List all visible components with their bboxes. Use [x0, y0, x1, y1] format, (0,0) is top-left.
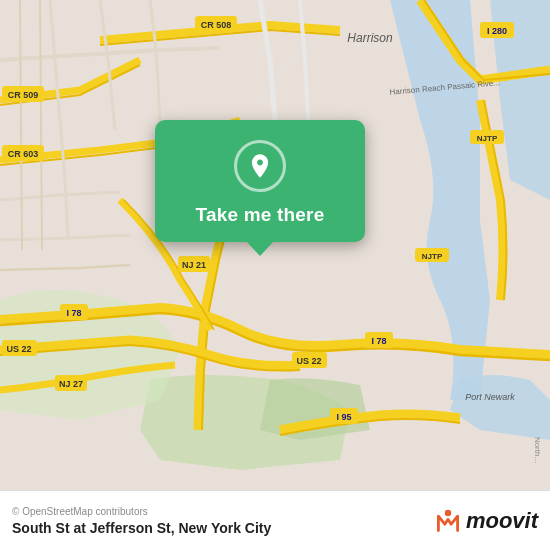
svg-text:Port Newark: Port Newark: [465, 392, 515, 402]
svg-text:I 95: I 95: [336, 412, 351, 422]
svg-text:CR 603: CR 603: [8, 149, 39, 159]
location-pin-icon: [246, 152, 274, 180]
moovit-icon: [432, 505, 464, 537]
bottom-info: © OpenStreetMap contributors South St at…: [12, 506, 271, 536]
svg-point-34: [445, 509, 451, 515]
svg-text:North...: North...: [533, 437, 542, 463]
svg-text:CR 508: CR 508: [201, 20, 232, 30]
svg-text:I 280: I 280: [487, 26, 507, 36]
svg-text:NJ 27: NJ 27: [59, 379, 83, 389]
copyright-text: © OpenStreetMap contributors: [12, 506, 271, 517]
svg-text:US 22: US 22: [6, 344, 31, 354]
popup-card[interactable]: Take me there: [155, 120, 365, 242]
map-svg: CR 509 CR 508 CR 603 NJ 21 I 78 I 78 US …: [0, 0, 550, 490]
map-area: CR 509 CR 508 CR 603 NJ 21 I 78 I 78 US …: [0, 0, 550, 490]
svg-text:CR 509: CR 509: [8, 90, 39, 100]
moovit-logo: moovit: [432, 505, 538, 537]
location-text: South St at Jefferson St, New York City: [12, 520, 271, 536]
location-icon-wrap: [234, 140, 286, 192]
svg-text:NJTP: NJTP: [422, 252, 443, 261]
take-me-there-button[interactable]: Take me there: [196, 204, 325, 226]
svg-text:I 78: I 78: [66, 308, 81, 318]
svg-text:I 78: I 78: [371, 336, 386, 346]
bottom-bar: © OpenStreetMap contributors South St at…: [0, 490, 550, 550]
svg-text:NJTP: NJTP: [477, 134, 498, 143]
svg-text:Harrison: Harrison: [347, 31, 393, 45]
svg-text:NJ 21: NJ 21: [182, 260, 206, 270]
moovit-brand-text: moovit: [466, 508, 538, 534]
svg-text:US 22: US 22: [296, 356, 321, 366]
